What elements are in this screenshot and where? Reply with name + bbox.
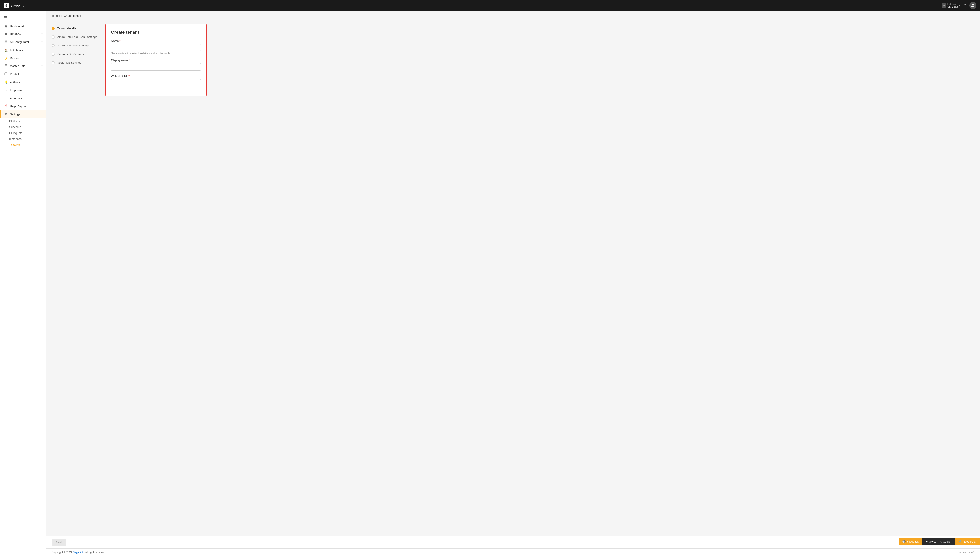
- sidebar-label-predict: Predict: [10, 73, 19, 76]
- empower-icon: 🛡: [4, 88, 8, 92]
- chevron-icon-dataflow: ▾: [41, 33, 42, 35]
- name-form-group: Name * Name starts with a letter. Use le…: [111, 39, 201, 55]
- navbar-left: S skypoint: [3, 3, 24, 8]
- step-cosmos-db[interactable]: Cosmos DB Settings: [52, 50, 100, 58]
- activate-icon: 💡: [4, 81, 8, 84]
- copilot-icon: ✦: [925, 540, 928, 543]
- svg-rect-0: [5, 65, 6, 65]
- sidebar-item-lakehouse[interactable]: 🏠 Lakehouse ▾: [0, 46, 46, 54]
- name-input[interactable]: [111, 44, 201, 51]
- breadcrumb-current: Create tenant: [64, 14, 81, 18]
- sidebar-item-master-data[interactable]: Master Data ▾: [0, 62, 46, 70]
- chevron-icon-predict: ▾: [41, 73, 42, 75]
- step-dot-cosmos-db: [52, 53, 55, 56]
- sidebar-item-predict[interactable]: Predict ▾: [0, 70, 46, 78]
- chevron-icon-resolve: ▾: [41, 57, 42, 59]
- website-url-required-star: *: [128, 74, 129, 78]
- sidebar: ☰ ◉ Dashboard ⇄ Dataflow ▾ AI Configurat…: [0, 11, 46, 556]
- step-tenant-details[interactable]: Tenant details: [52, 24, 100, 32]
- sidebar-item-activate[interactable]: 💡 Activate ▾: [0, 78, 46, 86]
- master-data-icon: [4, 64, 8, 68]
- help-button[interactable]: 🔗 Need help?: [955, 538, 980, 545]
- svg-rect-2: [5, 66, 6, 67]
- automate-icon: [4, 96, 8, 100]
- sidebar-sub-billing-info[interactable]: Billing Info: [0, 130, 46, 136]
- step-label-tenant-details: Tenant details: [57, 27, 76, 30]
- name-label: Name *: [111, 39, 201, 42]
- breadcrumb: Tenant › Create tenant: [46, 11, 980, 21]
- sidebar-label-resolve: Resolve: [10, 57, 20, 60]
- sidebar-sub-schedule[interactable]: Schedule: [0, 124, 46, 130]
- sidebar-label-automate: Automate: [10, 97, 22, 100]
- card-title: Create tenant: [111, 30, 201, 35]
- copilot-button[interactable]: ✦ Skypoint AI Copilot: [922, 538, 955, 545]
- display-name-form-group: Display name *: [111, 59, 201, 71]
- app-brand: skypoint: [11, 3, 24, 8]
- avatar[interactable]: [969, 2, 977, 9]
- settings-icon: ⚙: [4, 112, 8, 116]
- step-label-azure-datalake: Azure Data Lake Gen2 settings: [57, 35, 97, 39]
- sidebar-item-dataflow[interactable]: ⇄ Dataflow ▾: [0, 30, 46, 38]
- breadcrumb-separator: ›: [61, 14, 62, 18]
- display-name-input[interactable]: [111, 63, 201, 71]
- sidebar-label-settings: Settings: [10, 113, 20, 116]
- ai-configurator-icon: [4, 40, 8, 44]
- page-content: Tenant details Azure Data Lake Gen2 sett…: [46, 21, 980, 536]
- feedback-icon: 💬: [902, 540, 906, 543]
- website-url-form-group: Website URL *: [111, 74, 201, 86]
- svg-point-5: [5, 97, 6, 98]
- next-button[interactable]: Next: [52, 539, 66, 546]
- sidebar-label-master-data: Master Data: [10, 65, 26, 68]
- step-label-vector-db: Vector DB Settings: [57, 61, 81, 65]
- step-azure-datalake[interactable]: Azure Data Lake Gen2 settings: [52, 32, 100, 41]
- display-name-label: Display name *: [111, 59, 201, 62]
- step-vector-db[interactable]: Vector DB Settings: [52, 58, 100, 67]
- breadcrumb-parent[interactable]: Tenant: [52, 14, 60, 18]
- sidebar-sub-platform[interactable]: Platform: [0, 118, 46, 124]
- sidebar-sub-instances[interactable]: Instances: [0, 136, 46, 142]
- chevron-icon-activate: ▾: [41, 81, 42, 84]
- navbar-right: 🖥 Instance Sandbox ▾ ?: [942, 2, 977, 9]
- display-name-required-star: *: [129, 59, 130, 62]
- svg-rect-3: [6, 66, 7, 67]
- instance-text: Instance Sandbox: [948, 3, 958, 8]
- instance-icon: 🖥: [942, 3, 946, 8]
- app-logo: S: [3, 3, 9, 8]
- footer: Copyright © 2024 Skypoint . All rights r…: [46, 548, 980, 556]
- sidebar-label-dataflow: Dataflow: [10, 32, 21, 36]
- sidebar-toggle[interactable]: ☰: [0, 11, 46, 22]
- help-support-icon: ❓: [4, 105, 8, 108]
- navbar: S skypoint 🖥 Instance Sandbox ▾ ?: [0, 0, 980, 11]
- footer-brand-link[interactable]: Skypoint: [73, 551, 83, 554]
- sidebar-item-help-support[interactable]: ❓ Help+Support: [0, 102, 46, 110]
- chevron-icon-lakehouse: ▾: [41, 49, 42, 51]
- instance-selector[interactable]: 🖥 Instance Sandbox ▾: [942, 3, 961, 8]
- sidebar-sub-tenants[interactable]: Tenants: [0, 142, 46, 148]
- help-icon[interactable]: ?: [964, 3, 966, 8]
- feedback-button[interactable]: 💬 Feedback: [899, 538, 922, 545]
- chevron-down-icon: ▾: [959, 4, 961, 7]
- name-hint: Name starts with a letter. Use letters a…: [111, 52, 201, 55]
- sidebar-item-automate[interactable]: Automate: [0, 94, 46, 102]
- website-url-input[interactable]: [111, 79, 201, 86]
- website-url-label: Website URL *: [111, 74, 201, 78]
- sidebar-label-empower: Empower: [10, 89, 22, 92]
- predict-icon: [4, 72, 8, 76]
- sidebar-item-resolve[interactable]: ⚡ Resolve ▾: [0, 54, 46, 62]
- step-azure-ai-search[interactable]: Azure AI Search Settings: [52, 41, 100, 50]
- step-label-cosmos-db: Cosmos DB Settings: [57, 52, 84, 56]
- sidebar-item-ai-configurator[interactable]: AI Configurator ▾: [0, 38, 46, 46]
- content-area: Tenant › Create tenant Tenant details Az…: [46, 11, 980, 556]
- footer-copyright: Copyright © 2024 Skypoint . All rights r…: [52, 551, 107, 554]
- help-btn-icon: 🔗: [958, 540, 962, 543]
- instance-name: Sandbox: [948, 5, 958, 8]
- step-label-azure-ai-search: Azure AI Search Settings: [57, 44, 89, 47]
- instance-label: Instance: [948, 3, 958, 5]
- sidebar-item-dashboard[interactable]: ◉ Dashboard: [0, 22, 46, 30]
- chevron-icon-settings: ▴: [41, 113, 42, 115]
- step-dot-azure-ai-search: [52, 44, 55, 47]
- sidebar-item-empower[interactable]: 🛡 Empower ▾: [0, 86, 46, 94]
- name-required-star: *: [119, 39, 121, 42]
- sidebar-item-settings[interactable]: ⚙ Settings ▴: [0, 110, 46, 118]
- chevron-icon-ai: ▾: [41, 41, 42, 43]
